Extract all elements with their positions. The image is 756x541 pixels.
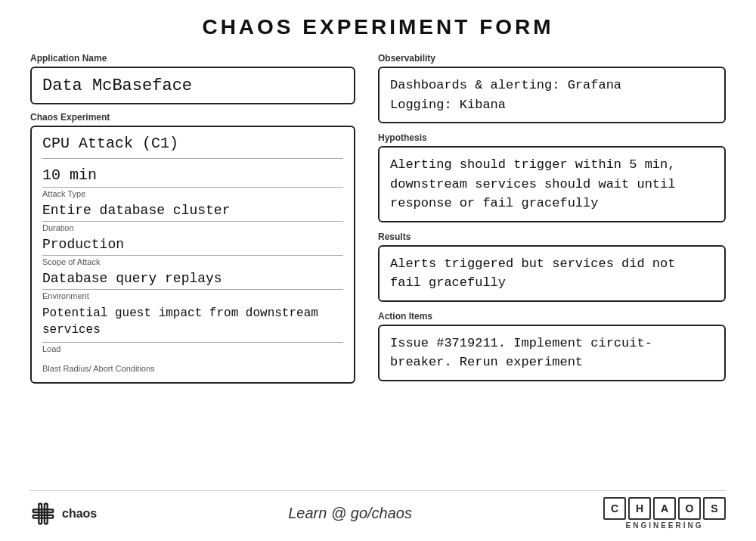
observability-section: Observability Dashboards & alerting: Gra… (378, 53, 726, 123)
scope-field: Production Scope of Attack (42, 234, 343, 266)
footer-center-text: Learn @ go/chaos (288, 505, 412, 522)
duration-value: Entire database cluster (42, 200, 343, 222)
hypothesis-label: Hypothesis (378, 132, 726, 143)
chaos-hashtag-icon (30, 501, 56, 527)
chaos-experiment-section: Chaos Experiment CPU Attack (C1) 10 min … (30, 112, 355, 384)
left-column: Application Name Data McBaseface Chaos E… (30, 53, 355, 481)
results-label: Results (378, 232, 726, 242)
blast-radius-value (42, 355, 343, 362)
results-section: Results Alerts triggered but services di… (378, 232, 726, 302)
action-items-box: Issue #3719211. Implement circuit-breake… (378, 325, 726, 381)
app-name-value: Data McBaseface (30, 67, 355, 104)
main-content: Application Name Data McBaseface Chaos E… (30, 53, 726, 481)
chaos-letter-c: C (603, 497, 626, 520)
right-column: Observability Dashboards & alerting: Gra… (378, 53, 726, 481)
load-field: Potential guest impact from downstream s… (42, 302, 343, 353)
attack-type-value: 10 min (42, 163, 343, 188)
environment-label: Environment (42, 291, 343, 300)
chaos-letter-boxes: C H A O S (603, 497, 726, 520)
chaos-letter-h: H (628, 497, 651, 520)
results-box: Alerts triggered but services did not fa… (378, 245, 726, 302)
action-items-label: Action Items (378, 311, 726, 322)
observability-box: Dashboards & alerting: GrafanaLogging: K… (378, 67, 726, 123)
footer: chaos Learn @ go/chaos C H A O S ENGINEE… (30, 490, 726, 530)
footer-chaos-label: chaos (62, 507, 97, 521)
app-name-label: Application Name (30, 53, 355, 64)
page-title: CHAOS EXPERIMENT FORM (30, 15, 726, 39)
action-items-section: Action Items Issue #3719211. Implement c… (378, 311, 726, 381)
load-value: Potential guest impact from downstream s… (42, 302, 343, 343)
chaos-letter-o: O (678, 497, 701, 520)
attack-type-field: 10 min Attack Type (42, 163, 343, 198)
hypothesis-section: Hypothesis Alerting should trigger withi… (378, 132, 726, 222)
chaos-experiment-label: Chaos Experiment (30, 112, 355, 123)
chaos-engineering-logo: C H A O S ENGINEERING (603, 497, 726, 530)
attack-type-label: Attack Type (42, 189, 343, 198)
chaos-experiment-box: CPU Attack (C1) 10 min Attack Type Entir… (30, 126, 355, 384)
svg-rect-2 (39, 503, 42, 523)
hypothesis-box: Alerting should trigger within 5 min, do… (378, 146, 726, 222)
chaos-letter-s: S (703, 497, 726, 520)
duration-label: Duration (42, 223, 343, 232)
engineering-label: ENGINEERING (625, 521, 703, 530)
environment-value: Database query replays (42, 268, 343, 290)
page-container: CHAOS EXPERIMENT FORM Application Name D… (0, 0, 756, 541)
svg-rect-0 (33, 509, 53, 512)
blast-radius-field: Blast Radius/ Abort Conditions (42, 355, 343, 373)
observability-label: Observability (378, 53, 726, 64)
svg-rect-1 (33, 515, 53, 518)
duration-field: Entire database cluster Duration (42, 200, 343, 232)
scope-label: Scope of Attack (42, 257, 343, 266)
scope-value: Production (42, 234, 343, 256)
load-label: Load (42, 344, 343, 353)
chaos-letter-a: A (653, 497, 676, 520)
blast-radius-label: Blast Radius/ Abort Conditions (42, 364, 343, 373)
svg-rect-3 (45, 503, 48, 523)
environment-field: Database query replays Environment (42, 268, 343, 300)
footer-logo: chaos (30, 501, 97, 527)
app-name-section: Application Name Data McBaseface (30, 53, 355, 104)
experiment-title: CPU Attack (C1) (42, 135, 343, 159)
